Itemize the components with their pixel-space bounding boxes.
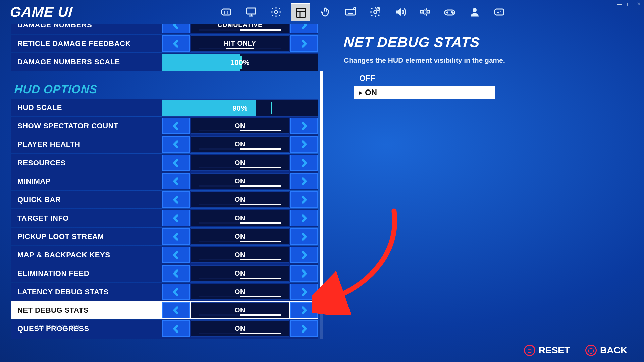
scrollbar[interactable] xyxy=(320,24,323,339)
tab-gear[interactable] xyxy=(267,3,285,21)
svg-rect-9 xyxy=(345,10,356,15)
circle-icon: ◯ xyxy=(585,345,597,356)
value-box[interactable]: ON xyxy=(191,284,289,300)
value-box[interactable]: ON xyxy=(191,118,289,134)
svg-point-24 xyxy=(452,13,453,14)
prev-arrow[interactable] xyxy=(162,191,190,208)
setting-row[interactable]: LATENCY DEBUG STATS ON xyxy=(11,283,318,301)
window-max-icon[interactable]: ▢ xyxy=(627,1,631,7)
detail-option[interactable]: OFF xyxy=(354,72,627,85)
tab-monitor[interactable] xyxy=(242,3,261,21)
detail-options: OFFON xyxy=(354,72,627,99)
value-box[interactable]: ON xyxy=(191,228,289,245)
prev-arrow[interactable] xyxy=(162,284,190,300)
setting-label: QUEST PROGRESS xyxy=(11,324,162,333)
value-box[interactable]: ON xyxy=(191,302,289,318)
next-arrow[interactable] xyxy=(290,339,318,339)
footer: ◻ RESET ◯ BACK xyxy=(524,345,627,356)
setting-row[interactable]: MAP & BACKPACK KEYS ON xyxy=(11,246,318,264)
window-close-icon[interactable]: ✕ xyxy=(637,1,641,7)
prev-arrow[interactable] xyxy=(162,302,190,318)
detail-title: NET DEBUG STATS xyxy=(343,34,628,50)
tab-r1[interactable]: R1 xyxy=(490,3,509,21)
next-arrow[interactable] xyxy=(290,265,318,282)
next-arrow[interactable] xyxy=(290,24,318,33)
setting-row[interactable]: SHOW SPECTATOR COUNT ON xyxy=(11,117,318,135)
svg-rect-6 xyxy=(296,8,305,17)
value-box[interactable]: ON xyxy=(191,339,289,339)
setting-row[interactable]: TARGET INFO ON xyxy=(11,209,318,227)
setting-label: LATENCY DEBUG STATS xyxy=(11,288,162,296)
page-title: GAME UI xyxy=(9,4,73,20)
next-arrow[interactable] xyxy=(290,228,318,245)
tab-volume[interactable] xyxy=(391,3,410,21)
value-box[interactable]: ON xyxy=(191,191,289,208)
setting-row[interactable]: NET DEBUG STATS ON xyxy=(11,301,318,319)
prev-arrow[interactable] xyxy=(162,339,190,339)
next-arrow[interactable] xyxy=(290,247,318,263)
settings-list: DAMAGE NUMBERS CUMULATIVE RETICLE DAMAGE… xyxy=(11,24,318,339)
tab-user[interactable] xyxy=(465,3,484,21)
next-arrow[interactable] xyxy=(290,118,318,134)
prev-arrow[interactable] xyxy=(162,136,190,153)
slider[interactable]: 90% xyxy=(162,99,318,117)
svg-rect-18 xyxy=(420,11,423,13)
setting-row[interactable]: RETICLE DAMAGE FEEDBACK HIT ONLY xyxy=(11,35,318,52)
value-box[interactable]: ON xyxy=(191,136,289,153)
value-box[interactable]: ON xyxy=(191,247,289,263)
setting-row[interactable]: QUICK BAR ON xyxy=(11,191,318,208)
prev-arrow[interactable] xyxy=(162,210,190,226)
tab-headset[interactable] xyxy=(366,3,385,21)
prev-arrow[interactable] xyxy=(162,35,190,52)
next-arrow[interactable] xyxy=(290,35,318,52)
setting-row[interactable]: DAMAGE NUMBERS CUMULATIVE xyxy=(11,24,318,34)
setting-row[interactable]: MINIMAP ON xyxy=(11,172,318,190)
value-box[interactable]: ON xyxy=(191,265,289,282)
tab-accessibility[interactable] xyxy=(416,3,434,21)
tab-l1[interactable]: L1 xyxy=(217,3,236,21)
next-arrow[interactable] xyxy=(290,173,318,189)
value-box[interactable]: HIT ONLY xyxy=(191,35,289,52)
setting-label: RETICLE DAMAGE FEEDBACK xyxy=(11,39,162,48)
prev-arrow[interactable] xyxy=(162,118,190,134)
prev-arrow[interactable] xyxy=(162,265,190,282)
setting-row[interactable]: DAMAGE NUMBERS SCALE 100% xyxy=(11,53,318,71)
tab-touch[interactable] xyxy=(316,3,335,21)
value-box[interactable]: ON xyxy=(191,155,289,171)
tab-layout[interactable] xyxy=(291,3,310,21)
setting-row[interactable]: PICKUP LOOT STREAM ON xyxy=(11,228,318,245)
next-arrow[interactable] xyxy=(290,191,318,208)
prev-arrow[interactable] xyxy=(162,228,190,245)
svg-rect-2 xyxy=(247,8,256,14)
setting-row[interactable]: RESOURCES ON xyxy=(11,154,318,172)
setting-row[interactable]: HUD SCALE 90% xyxy=(11,99,318,116)
tab-keyboard[interactable] xyxy=(341,3,360,21)
svg-point-16 xyxy=(374,11,377,14)
detail-panel: NET DEBUG STATS Changes the HUD element … xyxy=(340,24,631,339)
back-button[interactable]: ◯ BACK xyxy=(585,345,627,356)
value-box[interactable]: ON xyxy=(191,173,289,189)
prev-arrow[interactable] xyxy=(162,155,190,171)
value-box[interactable]: ON xyxy=(191,210,289,226)
detail-option[interactable]: ON xyxy=(354,86,495,99)
setting-row[interactable]: CONTROL PROMPTS ON xyxy=(11,338,318,339)
setting-row[interactable]: PLAYER HEALTH ON xyxy=(11,135,318,153)
prev-arrow[interactable] xyxy=(162,320,190,337)
tab-gamepad[interactable] xyxy=(440,3,459,21)
next-arrow[interactable] xyxy=(290,155,318,171)
window-min-icon[interactable]: — xyxy=(617,1,622,7)
next-arrow[interactable] xyxy=(290,210,318,226)
next-arrow[interactable] xyxy=(290,302,318,318)
prev-arrow[interactable] xyxy=(162,173,190,189)
value-box[interactable]: ON xyxy=(191,320,289,337)
value-box[interactable]: CUMULATIVE xyxy=(191,24,289,33)
slider[interactable]: 100% xyxy=(162,54,318,71)
next-arrow[interactable] xyxy=(290,136,318,153)
next-arrow[interactable] xyxy=(290,320,318,337)
setting-row[interactable]: ELIMINATION FEED ON xyxy=(11,264,318,282)
reset-button[interactable]: ◻ RESET xyxy=(524,345,570,356)
next-arrow[interactable] xyxy=(290,284,318,300)
svg-text:R1: R1 xyxy=(496,10,502,15)
prev-arrow[interactable] xyxy=(162,24,190,33)
prev-arrow[interactable] xyxy=(162,247,190,263)
